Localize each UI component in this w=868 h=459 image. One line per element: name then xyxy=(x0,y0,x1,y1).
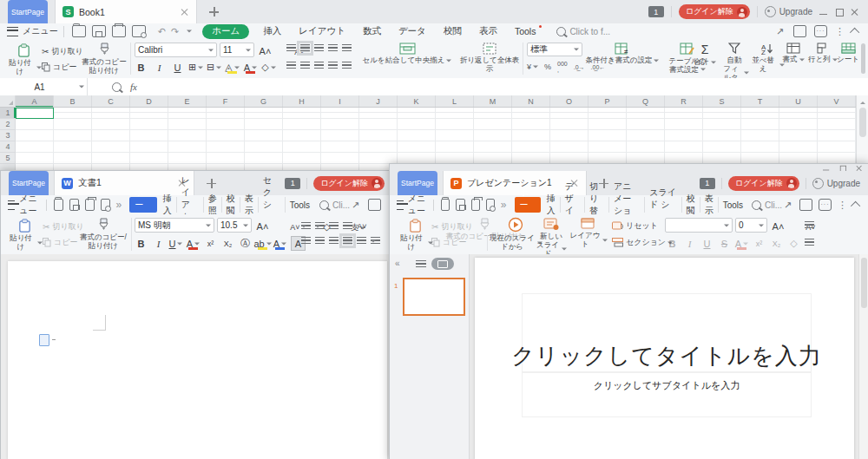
redo-icon[interactable]: ↷ xyxy=(171,26,179,37)
column-header[interactable]: K xyxy=(398,95,436,108)
align-top-icon[interactable] xyxy=(286,44,296,52)
clear-format-button[interactable]: ◇ xyxy=(787,237,800,250)
pp-tab-home[interactable]: ホーム xyxy=(515,197,541,213)
row-header[interactable]: 1 xyxy=(0,108,16,119)
new-window-icon[interactable] xyxy=(368,199,381,211)
superscript-button[interactable]: x² xyxy=(204,237,217,250)
ribbon-tab[interactable]: 切り替え xyxy=(585,197,609,213)
borders-button[interactable]: ⊞ xyxy=(189,61,202,74)
column-header[interactable]: N xyxy=(512,95,550,108)
new-window-icon[interactable] xyxy=(799,199,812,211)
ribbon-scrollbar[interactable] xyxy=(861,43,865,74)
column-header[interactable]: A xyxy=(16,95,54,108)
column-header[interactable]: L xyxy=(436,95,474,108)
paste-button[interactable]: 貼り付け xyxy=(6,218,43,252)
print-icon[interactable] xyxy=(112,25,126,37)
font-color-button[interactable]: A xyxy=(244,61,257,74)
align-left-icon[interactable] xyxy=(805,239,814,246)
percent-format-icon[interactable]: % xyxy=(544,62,551,71)
collapse-ribbon-icon[interactable] xyxy=(851,201,860,211)
ribbon-tab[interactable]: 表示 xyxy=(240,197,259,213)
new-tab-icon[interactable] xyxy=(207,179,216,188)
search-icon[interactable] xyxy=(319,200,329,210)
superscript-button[interactable]: x² xyxy=(753,237,766,250)
ribbon-tab[interactable]: 数式 xyxy=(354,23,390,39)
increase-font-icon[interactable]: A˄ xyxy=(772,220,785,233)
ribbon-tab[interactable]: 校閲 xyxy=(435,23,470,39)
paste-button[interactable]: 貼り付け xyxy=(5,43,42,76)
more-tools-icon[interactable]: » xyxy=(501,199,507,211)
increase-indent-icon[interactable] xyxy=(343,222,352,230)
ss-document-tab[interactable]: S Book1 xyxy=(55,0,197,23)
column-header[interactable]: D xyxy=(130,95,168,108)
print-preview-icon[interactable] xyxy=(132,25,146,37)
collapse-panel-icon[interactable]: « xyxy=(395,259,400,268)
upgrade-button[interactable]: Upgrade xyxy=(812,178,860,189)
minimize-button[interactable] xyxy=(819,8,828,16)
number-format-select[interactable]: 標準 xyxy=(527,43,582,56)
new-slide-button[interactable]: 新しいスライド xyxy=(536,217,567,259)
formula-input[interactable] xyxy=(137,78,868,95)
sum-button[interactable]: Σ 合計 xyxy=(691,43,719,67)
align-center-icon[interactable] xyxy=(300,62,310,69)
ribbon-tab[interactable]: 挿入 xyxy=(254,23,290,39)
ribbon-tab[interactable]: 表示 xyxy=(470,23,506,39)
bullet-list-icon[interactable] xyxy=(805,221,814,229)
cut-button[interactable]: ✂ 切り取り xyxy=(42,46,83,57)
ss-tab-home[interactable]: ホーム xyxy=(202,24,249,39)
collapse-ribbon-icon[interactable] xyxy=(850,28,859,37)
subtitle-placeholder[interactable]: クリックしてサブタイトルを入力 xyxy=(522,372,812,417)
open-icon[interactable] xyxy=(441,199,450,211)
increase-indent-icon[interactable] xyxy=(342,44,352,52)
font-size-select[interactable]: 11 xyxy=(220,43,254,57)
row-header[interactable]: 5 xyxy=(0,153,16,164)
name-box[interactable]: A1 xyxy=(0,78,88,95)
layout-button[interactable]: レイアウト xyxy=(569,217,608,249)
ribbon-tab[interactable]: レイアウト xyxy=(177,197,204,213)
column-header[interactable]: J xyxy=(359,95,398,108)
more-tools-icon[interactable]: » xyxy=(116,199,122,211)
ribbon-tab[interactable]: 挿入 xyxy=(542,197,561,213)
thousands-format-icon[interactable]: 000, xyxy=(557,61,568,73)
sheet-button[interactable]: シート xyxy=(835,43,861,64)
ribbon-tab[interactable]: Tools xyxy=(506,23,545,39)
align-right-icon[interactable] xyxy=(314,62,324,69)
page-setup-smart-icon[interactable] xyxy=(39,334,49,346)
save-icon[interactable] xyxy=(69,199,79,211)
logout-button[interactable]: ログイン解除 xyxy=(728,176,799,191)
align-right-icon[interactable] xyxy=(329,237,339,245)
new-window-icon[interactable] xyxy=(793,25,806,37)
more-options-icon[interactable]: ⋮ xyxy=(838,200,847,211)
ribbon-tab[interactable]: レイアウト xyxy=(290,23,354,39)
title-placeholder[interactable]: クリックしてタイトルを入力 xyxy=(522,293,812,372)
bold-button[interactable]: B xyxy=(666,237,679,250)
ribbon-tab[interactable]: セクション xyxy=(259,197,286,213)
align-left-icon[interactable] xyxy=(286,62,296,69)
font-color-button[interactable]: A xyxy=(735,237,748,250)
history-dropdown-icon[interactable] xyxy=(187,30,192,36)
bullet-list-icon[interactable] xyxy=(301,222,311,230)
font-size-select[interactable]: 10.5 xyxy=(217,218,252,233)
cells-area[interactable] xyxy=(16,108,856,170)
section-button[interactable]: セクション xyxy=(612,237,673,248)
ribbon-tab[interactable]: スライド ショー xyxy=(645,197,681,213)
wr-startpage-tab[interactable]: StartPage xyxy=(9,171,49,195)
text-effects-button[interactable]: Ⓐ xyxy=(239,237,252,250)
distribute-icon[interactable] xyxy=(342,62,352,69)
justify-icon[interactable] xyxy=(343,237,352,245)
bold-button[interactable]: B xyxy=(135,237,148,250)
close-window-button[interactable] xyxy=(851,8,859,16)
font-color-button[interactable]: A xyxy=(273,237,286,250)
increase-font-icon[interactable]: A˄ xyxy=(259,45,272,58)
format-painter-button[interactable]: 書式のコピー/貼り付け xyxy=(77,218,129,250)
open-icon[interactable] xyxy=(54,199,63,211)
bold-button[interactable]: B xyxy=(135,61,148,74)
search-placeholder[interactable]: Click to f... xyxy=(569,27,610,36)
print-icon[interactable] xyxy=(471,199,480,211)
column-header[interactable]: S xyxy=(703,95,741,108)
align-middle-icon[interactable] xyxy=(300,44,310,52)
italic-button[interactable]: I xyxy=(683,237,696,250)
reset-button[interactable]: リセット xyxy=(612,220,658,232)
wr-tab-home[interactable]: ホーム xyxy=(129,197,156,213)
char-spacing-icon[interactable]: A˅ xyxy=(357,220,367,233)
